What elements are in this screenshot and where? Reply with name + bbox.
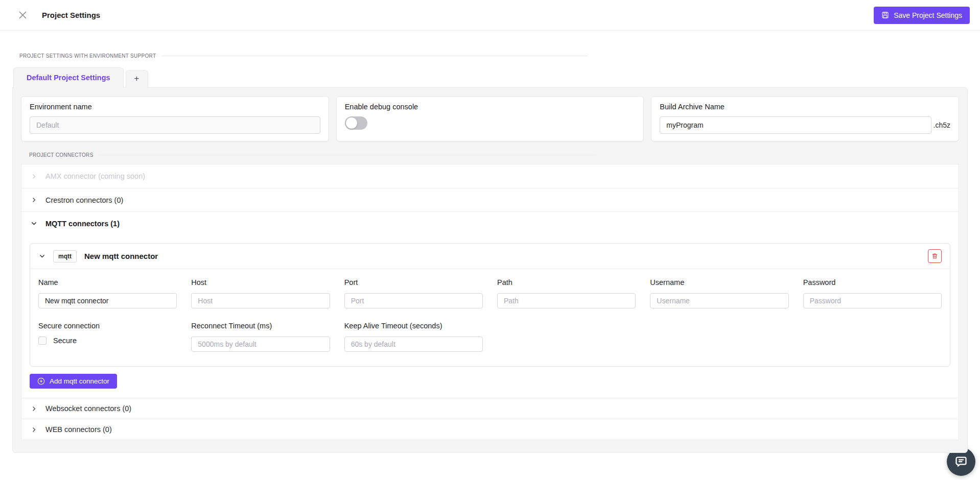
mqtt-row-label: MQTT connectors (1) (45, 220, 120, 228)
save-button-label: Save Project Settings (894, 11, 962, 19)
websocket-row-label: Websocket connectors (0) (45, 404, 131, 413)
field-password: Password (803, 278, 942, 308)
add-button-label: Add mqtt connector (50, 377, 109, 385)
connector-fields-row-1: Name Host Port (38, 278, 942, 308)
path-input[interactable] (497, 293, 636, 308)
name-input[interactable] (38, 293, 177, 308)
save-icon (881, 11, 889, 19)
web-row-label: WEB connectors (0) (45, 425, 112, 434)
debug-console-card: Enable debug console (336, 96, 644, 141)
field-name: Name (38, 278, 177, 308)
chevron-right-icon (30, 426, 37, 433)
section-divider (161, 56, 588, 56)
secure-checkbox-label: Secure (53, 337, 77, 345)
field-reconnect-timeout: Reconnect Timeout (ms) (191, 322, 330, 352)
build-archive-card: Build Archive Name .ch5z (651, 96, 959, 141)
keepalive-timeout-label: Keep Alive Timeout (seconds) (344, 322, 483, 330)
close-icon[interactable] (15, 8, 30, 22)
reconnect-timeout-input[interactable] (191, 337, 330, 352)
username-input[interactable] (650, 293, 788, 308)
connectors-list: AMX connector (coming soon) Crestron con… (21, 164, 959, 440)
delete-connector-button[interactable] (928, 249, 942, 263)
tab-default-project-settings[interactable]: Default Project Settings (13, 67, 124, 88)
field-secure: Secure connection Secure (38, 322, 177, 352)
crestron-row-label: Crestron connectors (0) (45, 196, 123, 204)
secure-checkbox[interactable] (38, 337, 46, 345)
path-label: Path (497, 278, 636, 287)
field-port: Port (344, 278, 483, 308)
chevron-right-icon (30, 405, 37, 412)
mqtt-expanded-area: mqtt New mqtt connector (21, 235, 959, 398)
keepalive-timeout-input[interactable] (344, 337, 483, 352)
archive-extension-suffix: .ch5z (934, 121, 950, 129)
host-label: Host (191, 278, 330, 287)
accordion-row-web[interactable]: WEB connectors (0) (21, 419, 959, 440)
username-label: Username (650, 278, 788, 287)
amx-row-label: AMX connector (coming soon) (45, 172, 145, 180)
build-archive-input[interactable] (660, 116, 931, 134)
connectors-section-header: PROJECT CONNECTORS (29, 152, 596, 158)
field-host: Host (191, 278, 330, 308)
environment-name-input[interactable] (30, 116, 320, 134)
environment-name-label: Environment name (30, 103, 320, 111)
password-input[interactable] (803, 293, 942, 308)
environment-tabs: Default Project Settings + (13, 67, 968, 87)
toggle-knob (346, 117, 357, 129)
field-keepalive-timeout: Keep Alive Timeout (seconds) (344, 322, 483, 352)
chevron-down-icon[interactable] (38, 253, 45, 260)
debug-console-label: Enable debug console (345, 103, 636, 111)
connector-fields-row-2: Secure connection Secure Reconnect Timeo… (38, 322, 942, 352)
mqtt-connector-body: Name Host Port (30, 269, 950, 366)
accordion-row-amx: AMX connector (coming soon) (21, 164, 959, 188)
name-label: Name (38, 278, 177, 287)
host-input[interactable] (191, 293, 330, 308)
trash-icon (931, 253, 938, 259)
settings-section-header: PROJECT SETTINGS WITH ENVIRONMENT SUPPOR… (19, 53, 588, 59)
mqtt-type-badge: mqtt (53, 250, 77, 262)
environment-name-card: Environment name (21, 96, 329, 141)
mqtt-connector-title: New mqtt connector (84, 252, 158, 260)
port-label: Port (344, 278, 483, 287)
connectors-section-label: PROJECT CONNECTORS (29, 152, 94, 158)
field-path: Path (497, 278, 636, 308)
debug-console-toggle[interactable] (345, 116, 367, 130)
chevron-right-icon (30, 173, 37, 180)
accordion-row-crestron[interactable]: Crestron connectors (0) (21, 188, 959, 211)
mqtt-connector-card: mqtt New mqtt connector (30, 243, 950, 367)
secure-connection-label: Secure connection (38, 322, 177, 330)
main-content: PROJECT SETTINGS WITH ENVIRONMENT SUPPOR… (0, 53, 980, 453)
reconnect-timeout-label: Reconnect Timeout (ms) (191, 322, 330, 330)
plus-icon: + (134, 74, 139, 83)
add-environment-tab[interactable]: + (126, 70, 148, 88)
settings-cards-row: Environment name Enable debug console Bu… (21, 96, 959, 141)
section-divider (99, 155, 596, 155)
chat-icon (954, 455, 968, 468)
mqtt-connector-header[interactable]: mqtt New mqtt connector (30, 244, 950, 269)
plus-circle-icon (37, 377, 45, 385)
build-archive-label: Build Archive Name (660, 103, 950, 111)
page-title: Project Settings (42, 11, 100, 19)
field-username: Username (650, 278, 788, 308)
accordion-row-mqtt[interactable]: MQTT connectors (1) (21, 211, 959, 235)
add-mqtt-connector-button[interactable]: Add mqtt connector (30, 374, 117, 389)
accordion-row-websocket[interactable]: Websocket connectors (0) (21, 398, 959, 419)
top-bar: Project Settings Save Project Settings (0, 0, 980, 31)
tab-panel: Environment name Enable debug console Bu… (12, 87, 968, 453)
settings-section-label: PROJECT SETTINGS WITH ENVIRONMENT SUPPOR… (19, 53, 156, 59)
port-input[interactable] (344, 293, 483, 308)
save-project-settings-button[interactable]: Save Project Settings (874, 7, 970, 24)
chevron-down-icon (30, 220, 37, 227)
chevron-right-icon (30, 197, 37, 204)
password-label: Password (803, 278, 942, 287)
